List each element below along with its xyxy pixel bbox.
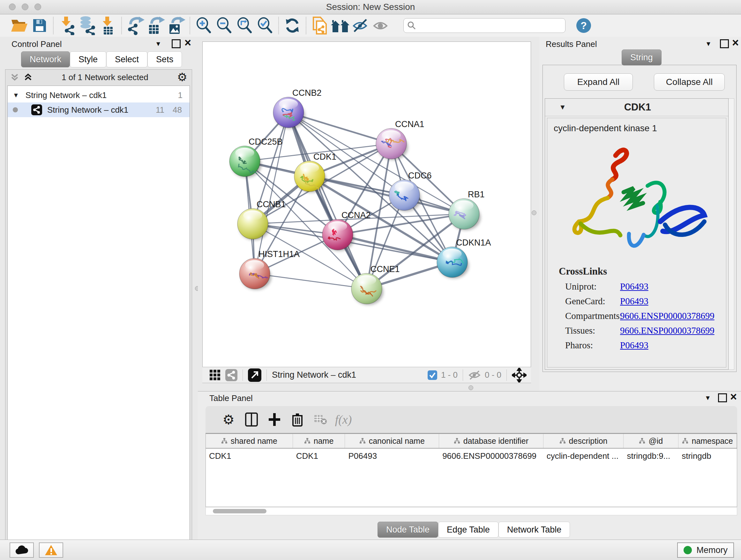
zoom-out-icon[interactable] [214, 16, 234, 36]
network-edge[interactable] [310, 176, 464, 214]
collapse-panel-icon[interactable]: ▼ [705, 41, 712, 47]
table-cell[interactable]: stringdb [678, 449, 737, 463]
zoom-selected-icon[interactable] [255, 16, 275, 36]
network-node[interactable]: CDK1 [294, 152, 336, 192]
network-node[interactable]: RB1 [449, 190, 485, 230]
tab-style[interactable]: Style [70, 51, 106, 67]
tab-select[interactable]: Select [106, 51, 147, 67]
network-row[interactable]: String Network – cdk1 11 48 [8, 103, 190, 117]
first-neighbors-icon[interactable] [330, 16, 350, 36]
table-cell[interactable]: CDK1 [206, 449, 293, 463]
selected-counts: 1 - 0 [441, 370, 458, 380]
export-table-icon[interactable] [145, 16, 166, 36]
table-cell[interactable]: cyclin-dependent ... [543, 449, 624, 463]
expand-all-icon[interactable] [23, 72, 33, 82]
save-session-icon[interactable] [29, 16, 50, 36]
add-column-icon[interactable] [263, 413, 286, 427]
network-node[interactable]: CCNB2 [273, 88, 322, 129]
help-button[interactable]: ? [576, 18, 591, 33]
column-header[interactable]: description [543, 434, 624, 448]
table-cell[interactable]: 9606.ENSP00000378699 [439, 449, 543, 463]
collapse-panel-icon[interactable]: ▼ [155, 41, 161, 47]
collapse-all-button[interactable]: Collapse All [654, 73, 725, 91]
column-header[interactable]: @id [623, 434, 678, 448]
delete-column-icon[interactable] [286, 413, 309, 427]
network-node[interactable]: HIST1H1A [239, 249, 300, 290]
grid-view-icon[interactable] [209, 369, 221, 381]
crosslink-link[interactable]: P06493 [620, 281, 649, 292]
collapse-all-icon[interactable] [10, 72, 19, 82]
open-session-icon[interactable] [9, 16, 29, 36]
tab-sets[interactable]: Sets [147, 51, 182, 67]
network-canvas[interactable]: CCNB2CCNA1CDC25BCDK1CDC6RB1CCNB1CCNA2CDK… [202, 42, 531, 368]
function-builder-icon[interactable]: f(x) [332, 413, 355, 427]
crosslink-link[interactable]: 9606.ENSP00000378699 [620, 311, 715, 321]
table-cell[interactable]: P06493 [345, 449, 439, 463]
column-header[interactable]: name [293, 434, 345, 448]
apply-layout-icon[interactable] [282, 16, 302, 36]
selected-checkbox-icon[interactable] [428, 370, 437, 380]
zoom-fit-icon[interactable] [234, 16, 255, 36]
network-node[interactable]: CCNA1 [376, 119, 424, 160]
node-label: CDC6 [408, 171, 432, 180]
float-panel-icon[interactable] [720, 39, 729, 48]
crosslink-link[interactable]: 9606.ENSP00000378699 [620, 325, 715, 336]
float-panel-icon[interactable] [718, 393, 727, 402]
status-bar: Memory [0, 540, 741, 560]
bottom-splitter-handle[interactable] [468, 385, 473, 390]
fit-content-crosshair-icon[interactable] [512, 368, 527, 382]
zoom-in-icon[interactable] [193, 16, 214, 36]
tab-string[interactable]: String [622, 50, 662, 65]
gene-expand-icon[interactable]: ▼ [559, 103, 566, 111]
table-cell[interactable]: CDK1 [293, 449, 345, 463]
import-network-file-icon[interactable] [57, 16, 77, 36]
network-birdseye-share-icon[interactable] [225, 369, 238, 381]
column-header[interactable]: canonical name [345, 434, 439, 448]
cloud-status-button[interactable] [10, 543, 34, 558]
memory-button[interactable]: Memory [677, 543, 734, 558]
show-columns-icon[interactable] [240, 413, 263, 427]
column-header[interactable]: database identifier [439, 434, 543, 448]
tab-network[interactable]: Network [21, 51, 70, 67]
export-network-icon[interactable] [125, 16, 145, 36]
right-splitter-handle[interactable] [532, 210, 536, 215]
crosslink-link[interactable]: P06493 [620, 296, 649, 307]
open-in-new-window-icon[interactable] [248, 368, 261, 382]
network-edge[interactable] [255, 273, 367, 289]
show-all-icon[interactable] [371, 16, 391, 36]
column-header[interactable]: shared name [206, 434, 293, 448]
tab-node-table[interactable]: Node Table [378, 522, 438, 538]
search-input[interactable] [416, 20, 562, 31]
network-options-gear-icon[interactable]: ⚙ [177, 71, 187, 83]
hide-selected-icon[interactable] [350, 16, 371, 36]
float-panel-icon[interactable] [172, 39, 181, 48]
tab-network-table[interactable]: Network Table [498, 522, 570, 538]
close-panel-icon[interactable]: × [732, 39, 739, 46]
network-collection-row[interactable]: ▼ String Network – cdk1 1 [8, 88, 190, 103]
import-table-file-icon[interactable] [98, 16, 118, 36]
hidden-counts: 0 - 0 [485, 370, 501, 380]
table-hscrollbar-thumb[interactable] [213, 509, 266, 513]
protein-structure-image [552, 138, 718, 262]
tab-edge-table[interactable]: Edge Table [438, 522, 498, 538]
crosslinks-list: Uniprot:P06493GeneCard:P06493Compartment… [547, 279, 726, 353]
network-node[interactable]: CDKN1A [437, 238, 491, 278]
close-panel-icon[interactable]: × [185, 39, 191, 46]
delete-table-icon[interactable] [309, 414, 332, 425]
import-network-database-icon[interactable] [77, 16, 98, 36]
network-node[interactable]: CCNB1 [238, 199, 286, 240]
export-image-icon[interactable] [166, 16, 186, 36]
clone-network-icon[interactable] [310, 16, 330, 36]
table-cell[interactable]: stringdb:9... [623, 449, 678, 463]
expand-all-button[interactable]: Expand All [564, 73, 633, 91]
results-scrollbar-track[interactable] [728, 98, 734, 370]
close-panel-icon[interactable]: × [730, 393, 737, 400]
column-header[interactable]: namespace [678, 434, 737, 448]
network-edge[interactable] [288, 112, 367, 289]
table-options-gear-icon[interactable]: ⚙ [217, 412, 240, 428]
crosslink-link[interactable]: P06493 [620, 340, 649, 351]
collection-expand-icon[interactable]: ▼ [13, 91, 19, 99]
network-node-count: 11 [156, 105, 164, 115]
warning-button[interactable] [39, 543, 63, 558]
collapse-panel-icon[interactable]: ▼ [704, 395, 711, 401]
